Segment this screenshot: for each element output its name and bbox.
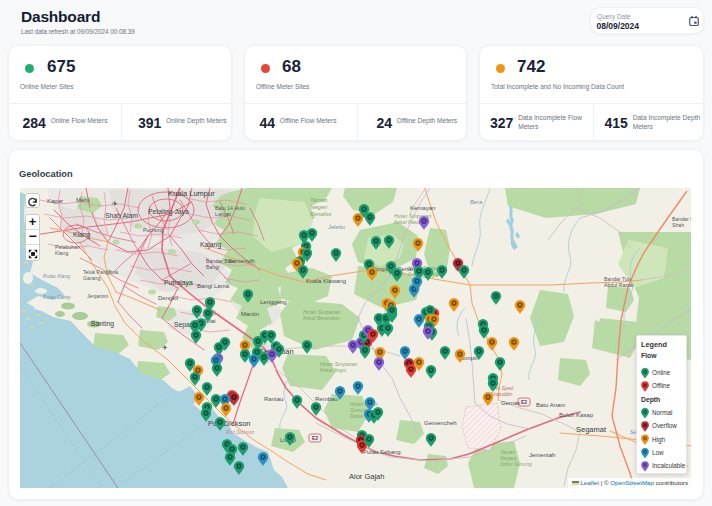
- svg-text:Kenaboi: Kenaboi: [310, 211, 332, 217]
- svg-text:Langat: Langat: [215, 211, 231, 217]
- svg-text:Low: Low: [652, 449, 664, 456]
- svg-text:Bera: Bera: [470, 199, 483, 205]
- svg-text:Alor Gajah: Alor Gajah: [349, 472, 384, 481]
- svg-text:Kekal Pasoh: Kekal Pasoh: [394, 219, 422, 225]
- svg-text:Jementah: Jementah: [529, 452, 555, 458]
- svg-text:Gemas: Gemas: [501, 400, 520, 406]
- svg-text:Shah Alam: Shah Alam: [105, 212, 138, 219]
- svg-text:Putrajaya: Putrajaya: [164, 279, 193, 287]
- svg-text:Rembau: Rembau: [315, 396, 338, 402]
- svg-text:Jenjarom: Jenjarom: [87, 293, 108, 299]
- svg-text:Online: Online: [652, 369, 671, 376]
- svg-text:Shah: Shah: [672, 222, 684, 228]
- svg-text:Overflow: Overflow: [652, 422, 677, 429]
- svg-text:Kekal Angsi: Kekal Angsi: [320, 367, 347, 373]
- svg-text:Mantin: Mantin: [241, 311, 259, 317]
- svg-text:Kuala Lumpur: Kuala Lumpur: [168, 189, 215, 198]
- svg-text:E2: E2: [521, 399, 527, 405]
- svg-text:E2: E2: [312, 435, 318, 441]
- svg-text:Johor Gunung: Johor Gunung: [499, 461, 532, 467]
- svg-text:Taman: Taman: [310, 197, 328, 203]
- svg-text:Semenyih: Semenyih: [228, 258, 255, 264]
- svg-text:Jelebu: Jelebu: [327, 224, 346, 230]
- svg-text:Bangi Lama: Bangi Lama: [197, 283, 230, 289]
- svg-text:Normal: Normal: [652, 409, 672, 416]
- svg-text:✈: ✈: [112, 200, 118, 207]
- svg-text:Batu Anam: Batu Anam: [536, 402, 565, 408]
- svg-text:Segamat: Segamat: [576, 425, 607, 434]
- svg-text:Garang: Garang: [83, 275, 100, 281]
- svg-text:Kajang: Kajang: [200, 241, 221, 249]
- svg-text:Negeri: Negeri: [310, 204, 328, 210]
- svg-text:Banting: Banting: [91, 320, 114, 328]
- svg-text:Kemayan: Kemayan: [410, 205, 435, 211]
- svg-text:Datuk: Datuk: [350, 413, 364, 419]
- svg-text:Sirajuddin: Sirajuddin: [490, 391, 512, 397]
- svg-text:Depth: Depth: [641, 396, 660, 404]
- svg-text:Offline: Offline: [652, 382, 671, 389]
- svg-text:Dengkil: Dengkil: [158, 295, 178, 301]
- svg-text:Meru: Meru: [76, 197, 90, 203]
- svg-text:Port Dickson: Port Dickson: [226, 429, 255, 435]
- svg-text:Rantau: Rantau: [264, 396, 283, 402]
- svg-text:Incalculable: Incalculable: [652, 462, 686, 469]
- svg-text:Port Dickson: Port Dickson: [208, 419, 251, 428]
- svg-text:High: High: [652, 436, 665, 444]
- svg-text:Petaling Jaya: Petaling Jaya: [148, 208, 189, 216]
- svg-text:Kekal Berembun: Kekal Berembun: [303, 315, 340, 321]
- svg-text:Pulau Carey: Pulau Carey: [43, 294, 71, 300]
- svg-text:Klang: Klang: [55, 250, 68, 256]
- svg-text:Pulau Klang: Pulau Klang: [43, 273, 70, 279]
- svg-text:Gemencheh: Gemencheh: [424, 420, 457, 426]
- svg-text:Klang: Klang: [73, 231, 91, 239]
- svg-text:Kapar: Kapar: [47, 198, 63, 204]
- svg-text:Buloh Kasap: Buloh Kasap: [559, 412, 594, 418]
- svg-text:Puchong: Puchong: [143, 227, 164, 233]
- svg-text:Bangi: Bangi: [206, 264, 219, 270]
- svg-text:Kuala Klawang: Kuala Klawang: [306, 278, 346, 284]
- svg-text:✈: ✈: [162, 344, 168, 351]
- svg-text:Lenggeng: Lenggeng: [260, 299, 287, 305]
- svg-text:Pulau Sebang: Pulau Sebang: [363, 449, 401, 455]
- svg-text:Abdul Razak: Abdul Razak: [604, 282, 634, 288]
